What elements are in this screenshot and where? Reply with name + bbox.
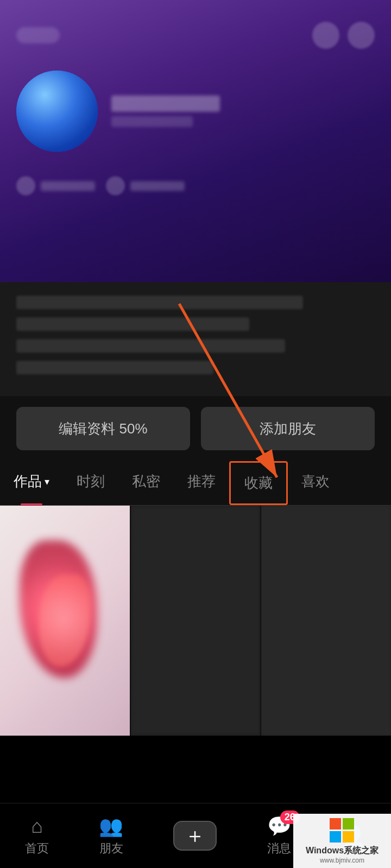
tabs-row: 作品 ▾ 时刻 私密 推荐 收藏 喜欢 [0,461,391,505]
header-icons [312,22,375,49]
tab-arrow-icon: ▾ [45,476,49,488]
nav-plus[interactable]: ＋ [173,821,217,851]
content-grid [0,506,391,736]
nav-friends[interactable]: 👥 朋友 [99,815,123,857]
grid-item-2[interactable] [131,506,261,736]
tab-like[interactable]: 喜欢 [288,461,343,505]
action-buttons: 编辑资料 50% 添加朋友 [0,396,391,461]
stat-item-2 [106,176,185,195]
stat-icon-2 [106,176,125,195]
nav-friends-label: 朋友 [99,840,123,857]
avatar-image [16,71,98,152]
profile-text [111,95,375,127]
svg-rect-3 [343,818,354,829]
grid-item-3[interactable] [261,506,391,736]
nav-messages[interactable]: 💬 消息 26 [267,815,292,857]
blurred-row-3 [16,339,285,353]
profile-name [111,95,220,112]
header-back-area [16,27,60,43]
edit-profile-button[interactable]: 编辑资料 50% [16,407,190,450]
tabs-container: 作品 ▾ 时刻 私密 推荐 收藏 喜欢 [0,461,391,506]
grid-item-1[interactable] [0,506,130,736]
nav-home[interactable]: ⌂ 首页 [25,815,49,857]
tab-moments[interactable]: 时刻 [63,461,118,505]
svg-rect-5 [343,831,354,843]
stat-text-1 [41,181,95,191]
stat-text-2 [130,181,185,191]
blurred-row-4 [16,361,213,374]
home-icon: ⌂ [31,815,43,838]
profile-header [0,0,391,282]
header-icon-1[interactable] [312,22,339,49]
tab-private[interactable]: 私密 [118,461,174,505]
dark-section [0,282,391,396]
add-friend-button[interactable]: 添加朋友 [201,407,375,450]
stat-icon-1 [16,176,35,195]
profile-subtitle [111,116,193,127]
header-icon-2[interactable] [348,22,375,49]
nav-home-label: 首页 [25,840,49,857]
tab-works-label: 作品 ▾ [14,472,49,491]
blurred-row-1 [16,296,303,309]
svg-rect-4 [330,831,341,843]
watermark-inner: Windows系统之家 www.bjmiv.com [293,814,391,868]
blurred-row-2 [16,317,249,331]
windows-icon [330,818,355,843]
nav-messages-label: 消息 [267,840,291,857]
tab-works[interactable]: 作品 ▾ [0,461,63,505]
header-top [0,0,391,60]
plus-icon: ＋ [185,822,205,850]
friends-icon: 👥 [99,815,123,838]
watermark: Windows系统之家 www.bjmiv.com [293,814,391,868]
watermark-site-name: Windows系统之家 [306,845,379,857]
windows-logo-svg [330,818,355,843]
avatar [16,71,98,152]
stats-row [0,163,391,209]
watermark-site-url: www.bjmiv.com [320,857,364,864]
profile-info [0,60,391,163]
plus-button[interactable]: ＋ [173,821,217,851]
stat-item-1 [16,176,95,195]
svg-rect-2 [330,818,341,829]
tab-collect[interactable]: 收藏 [229,461,288,505]
tab-recommend[interactable]: 推荐 [174,461,229,505]
